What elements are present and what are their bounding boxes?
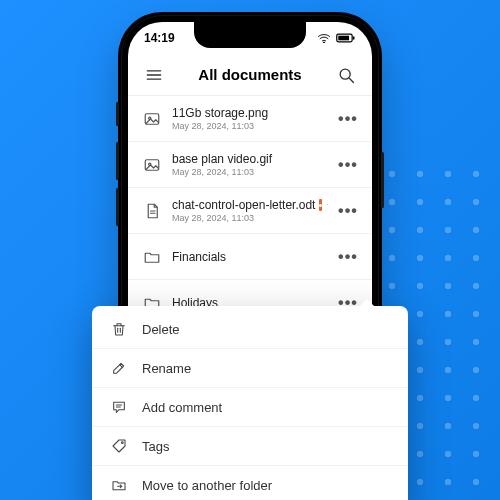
list-item[interactable]: 11Gb storage.png May 28, 2024, 11:03 ••• [128,96,372,142]
move-folder-icon [110,476,128,494]
svg-point-0 [323,42,324,43]
menu-item-label: Delete [142,322,180,337]
comment-icon [110,398,128,416]
menu-item-label: Tags [142,439,169,454]
menu-item-comment[interactable]: Add comment [92,388,408,427]
pencil-icon [110,359,128,377]
search-button[interactable] [334,63,358,87]
menu-item-tags[interactable]: Tags [92,427,408,466]
svg-rect-3 [353,36,355,39]
file-name: Financials [172,250,328,264]
menu-item-label: Rename [142,361,191,376]
more-button[interactable]: ••• [338,202,358,220]
more-button[interactable]: ••• [338,156,358,174]
file-list: 11Gb storage.png May 28, 2024, 11:03 •••… [128,96,372,326]
notch [194,22,306,48]
image-icon [142,155,162,175]
menu-button[interactable] [142,63,166,87]
menu-item-label: Move to another folder [142,478,272,493]
more-button[interactable]: ••• [338,248,358,266]
file-date: May 28, 2024, 11:03 [172,121,328,131]
file-name: 11Gb storage.png [172,106,328,120]
file-date: May 28, 2024, 11:03 [172,167,328,177]
svg-rect-2 [338,36,349,41]
folder-icon [142,247,162,267]
more-button[interactable]: ••• [338,110,358,128]
list-item[interactable]: chat-control-open-letter.odt ★ May 28, 2… [128,188,372,234]
list-item[interactable]: Financials ••• [128,234,372,280]
image-icon [142,109,162,129]
menu-item-move[interactable]: Move to another folder [92,466,408,500]
app-header: All documents [128,54,372,96]
list-item[interactable]: base plan video.gif May 28, 2024, 11:03 … [128,142,372,188]
wifi-icon [317,33,331,43]
file-name: chat-control-open-letter.odt ★ [172,198,328,212]
trash-icon [110,320,128,338]
document-icon [142,201,162,221]
favorite-icon: ★ [326,199,328,212]
menu-item-rename[interactable]: Rename [92,349,408,388]
status-time: 14:19 [144,31,175,45]
battery-icon [336,33,356,43]
tag-icon [110,437,128,455]
file-name: base plan video.gif [172,152,328,166]
svg-point-19 [121,442,123,444]
menu-item-label: Add comment [142,400,222,415]
file-date: May 28, 2024, 11:03 [172,213,328,223]
svg-line-8 [349,78,353,82]
context-menu: Delete Rename Add comment Tags Move to a… [92,306,408,500]
menu-item-delete[interactable]: Delete [92,310,408,349]
page-title: All documents [198,66,301,83]
svg-point-7 [340,69,350,79]
editing-badge-icon [319,199,322,211]
